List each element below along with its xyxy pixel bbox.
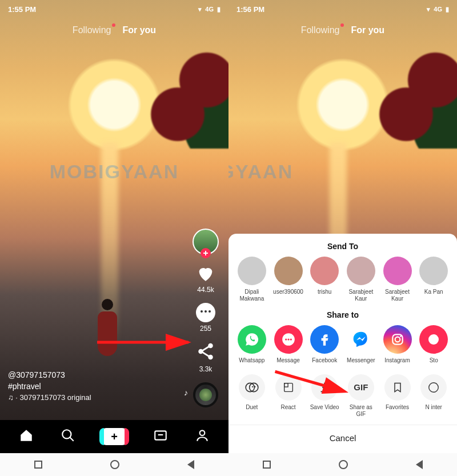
- contact-4[interactable]: Sarabjeet Kaur: [382, 257, 413, 302]
- avatar-icon: [193, 229, 219, 255]
- back-system-button[interactable]: [416, 460, 423, 469]
- share-label: Whatsapp: [239, 357, 264, 364]
- tab-for-you[interactable]: For you: [122, 25, 156, 35]
- like-button[interactable]: 44.5k: [195, 264, 216, 294]
- action-label: N inter: [425, 404, 442, 411]
- sound-disc[interactable]: ♪: [193, 382, 218, 407]
- avatar-icon: [419, 257, 448, 285]
- action-duet[interactable]: Duet: [236, 374, 267, 418]
- contacts-row[interactable]: Dipali Makwanauser390600trishuSarabjeet …: [228, 257, 457, 302]
- tab-following[interactable]: Following: [301, 25, 340, 35]
- svg-point-6: [199, 430, 205, 435]
- action-label: React: [280, 404, 295, 411]
- svg-point-10: [290, 338, 291, 340]
- svg-point-18: [254, 386, 255, 387]
- contact-5[interactable]: Ka Pan: [418, 257, 449, 302]
- home-system-button[interactable]: [339, 460, 348, 469]
- status-bar: 1:55 PM ▾ 4G ▮: [0, 0, 228, 18]
- bookmark-icon: [384, 374, 411, 401]
- story-icon: [419, 325, 448, 354]
- status-right: ▾ 4G ▮: [427, 6, 449, 13]
- action-label: Duet: [246, 404, 258, 411]
- profile-button[interactable]: [193, 229, 219, 255]
- block-icon: [420, 374, 447, 401]
- contact-1[interactable]: user390600: [273, 257, 304, 302]
- svg-point-13: [400, 335, 402, 337]
- music-note-icon: ♪: [184, 388, 188, 397]
- duet-icon: [239, 374, 265, 401]
- video-sidebar: 44.5k 255 3.3k ♪: [189, 229, 223, 407]
- contact-0[interactable]: Dipali Makwana: [236, 257, 267, 302]
- share-options-row[interactable]: WhatsappMessageFacebookMessengerInstagra…: [228, 325, 457, 364]
- recent-apps-button[interactable]: [34, 461, 42, 469]
- search-button[interactable]: [61, 428, 75, 445]
- gif-icon: GIF: [348, 374, 374, 401]
- facebook-icon: [310, 325, 339, 354]
- hashtag[interactable]: #phtravel: [8, 382, 91, 391]
- contact-name: Ka Pan: [424, 289, 443, 295]
- battery-icon: ▮: [217, 6, 221, 13]
- share-label: Facebook: [312, 357, 337, 364]
- share-sheet: Send To Dipali Makwanauser390600trishuSa…: [228, 234, 457, 453]
- feed-tabs: Following For you: [0, 25, 228, 35]
- person-silhouette: [94, 299, 121, 367]
- action-gif[interactable]: GIFShare as GIF: [346, 374, 376, 418]
- username[interactable]: @30797157073: [8, 370, 91, 379]
- screenshot-right: MOBIGYAAN 1:56 PM ▾ 4G ▮ Following For y…: [228, 0, 457, 476]
- contact-2[interactable]: trishu: [309, 257, 340, 302]
- share-instagram[interactable]: Instagram: [382, 325, 413, 364]
- share-facebook[interactable]: Facebook: [309, 325, 340, 364]
- network-label: 4G: [205, 6, 214, 13]
- comment-button[interactable]: 255: [196, 303, 215, 333]
- flowers-decoration: [149, 34, 228, 149]
- comment-count: 255: [200, 325, 211, 333]
- share-label: Sto: [430, 357, 438, 364]
- heart-icon: [195, 264, 216, 283]
- signal-icon: ▾: [198, 6, 202, 13]
- contact-name: trishu: [318, 289, 331, 295]
- tab-for-you[interactable]: For you: [351, 25, 384, 35]
- share-label: Instagram: [384, 357, 410, 364]
- avatar-icon: [274, 257, 303, 285]
- android-nav-bar: [0, 453, 228, 476]
- share-whatsapp[interactable]: Whatsapp: [236, 325, 267, 364]
- svg-point-9: [287, 338, 289, 340]
- status-time: 1:55 PM: [8, 5, 36, 14]
- avatar-icon: [383, 257, 412, 285]
- bottom-nav: +: [0, 420, 228, 453]
- inbox-button[interactable]: [153, 428, 168, 445]
- svg-point-21: [429, 383, 439, 393]
- contact-name: user390600: [273, 289, 303, 295]
- notification-dot: [112, 23, 115, 27]
- contact-name: Sarabjeet Kaur: [346, 289, 376, 302]
- profile-tab-button[interactable]: [195, 428, 210, 445]
- like-count: 44.5k: [197, 286, 214, 294]
- action-block[interactable]: N inter: [418, 374, 449, 418]
- watermark: MOBIGYAAN: [50, 161, 179, 183]
- action-bookmark[interactable]: Favorites: [382, 374, 413, 418]
- status-bar: 1:56 PM ▾ 4G ▮: [228, 0, 457, 18]
- watermark: MOBIGYAAN: [228, 161, 293, 183]
- share-count: 3.3k: [199, 365, 213, 373]
- messenger-icon: [347, 325, 375, 354]
- home-system-button[interactable]: [110, 460, 119, 469]
- back-system-button[interactable]: [187, 460, 194, 469]
- action-label: Share as GIF: [346, 404, 376, 418]
- cancel-button[interactable]: Cancel: [228, 425, 457, 449]
- share-story[interactable]: Sto: [418, 325, 449, 364]
- video-meta: @30797157073 #phtravel ♫ · 30797157073 o…: [8, 368, 91, 402]
- status-right: ▾ 4G ▮: [198, 6, 221, 13]
- follow-plus-icon[interactable]: [201, 248, 211, 258]
- sound-label[interactable]: ♫ · 30797157073 original: [8, 393, 91, 402]
- recent-apps-button[interactable]: [263, 461, 271, 469]
- annotation-arrow: [97, 334, 200, 353]
- home-button[interactable]: [19, 428, 34, 445]
- contact-name: Sarabjeet Kaur: [382, 289, 413, 302]
- comment-icon: [196, 303, 215, 322]
- contact-3[interactable]: Sarabjeet Kaur: [346, 257, 376, 302]
- share-messenger[interactable]: Messenger: [346, 325, 376, 364]
- create-button[interactable]: +: [102, 428, 127, 445]
- tab-following[interactable]: Following: [73, 25, 111, 35]
- network-label: 4G: [434, 6, 442, 13]
- avatar-icon: [347, 257, 375, 285]
